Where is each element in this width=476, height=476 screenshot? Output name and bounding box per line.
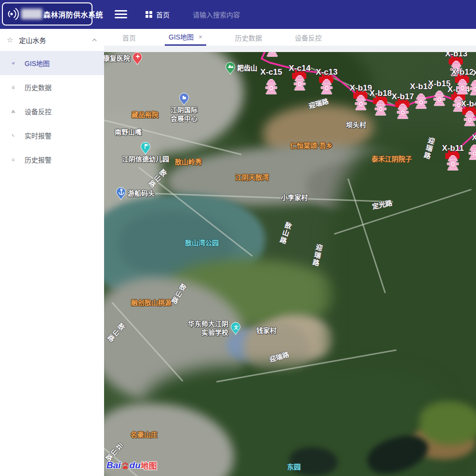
hydrant-icon [469,80,476,95]
map-place-label: 敔山岭秀 [175,158,202,167]
send-icon [12,59,20,67]
poi-label: 江阴国际 会展中心 [171,106,198,123]
dock-pin-icon [116,187,126,200]
tab-首页[interactable]: 首页 [119,29,140,46]
content-gap [104,46,476,52]
map-place-label: 南野山嘴 [115,128,142,137]
hydrant-marker-X-b15[interactable]: X-b15 [433,86,446,106]
hydrant-marker-X-b16[interactable]: X-b16 [415,89,427,109]
map-place-label: 敔山湾公园 [185,239,219,248]
hydrant-marker[interactable] [266,52,278,57]
tab-bar: 首页GIS地图×历史数据设备反控 [104,29,476,46]
hydrant-icon [293,75,306,91]
map-place-label: 坝头村 [346,121,366,130]
hospital-pin-icon [132,52,143,66]
sidebar-item-label: 实时报警 [25,131,52,140]
map-place-label: 名豪山庄 [131,431,158,439]
hydrant-marker-X-b4[interactable]: X-b4 [463,106,476,126]
sidebar-group-dingshan[interactable]: ☆ 定山水务 [0,29,104,51]
sidebar-item-history-data[interactable]: 历史数据 [0,75,104,99]
map-place-label: 小李家村 [281,194,308,202]
sidebar-group-label: 定山水务 [19,35,92,45]
nav-home-label: 首页 [156,10,170,19]
marker-label: X-c13 [316,67,337,77]
poi-label: 江阴信德幼儿园 [122,155,169,164]
poi-mountain: 耙齿山 [225,62,257,75]
map-place-label: 仁恒棠颂·吾乡 [290,142,333,150]
map-place-label: 江阴天敔湾 [235,173,269,182]
bell-icon [12,156,20,164]
nav-home[interactable]: 首页 [145,10,170,19]
hydrant-marker-X[interactable]: X [468,140,476,160]
phone-icon [12,132,20,140]
baidu-paw-icon [121,462,129,469]
hydrant-icon [415,93,427,109]
marker-label: X [472,133,476,143]
sidebar-item-history-alarm[interactable]: 历史报警 [0,147,104,172]
hydrant-icon [320,79,333,94]
poi-label: 华东师大江阴 实验学校 [188,320,228,337]
sidebar-item-device-control[interactable]: 设备反控 [0,99,104,123]
sidebar: ☆ 定山水务 GIS地图历史数据设备反控实时报警历史报警 [0,29,104,476]
marker-label: X-b4 [461,99,476,109]
app-title: 森林消防供水系统 [43,9,103,19]
hydrant-marker-X-b18[interactable]: X-b18 [374,95,387,116]
star-icon: ☆ [7,36,13,44]
hydrant-marker-X-c15[interactable]: X-c15 [265,74,278,94]
sidebar-item-label: GIS地图 [25,58,50,68]
sidebar-item-realtime-alarm[interactable]: 实时报警 [0,123,104,147]
expo-pin-icon [179,93,189,106]
marker-label: X-b19 [350,83,372,93]
marker-label: X-c15 [260,67,282,77]
map-place-label: 钱家村 [256,327,277,335]
hydrant-icon [447,155,459,171]
hydrant-marker-X-c14[interactable]: X-c14 [293,70,306,91]
poi-label: 游船码头 [128,189,155,198]
poi-label: 林康复医院 [104,54,130,63]
top-header: 森林消防供水系统 首页 请输入搜索内容 [0,0,476,29]
sitemap-icon [12,107,20,116]
sidebar-item-label: 历史报警 [25,155,52,164]
search-input[interactable]: 请输入搜索内容 [193,10,289,19]
hydrant-marker-X-b17[interactable]: X-b17 [397,99,409,119]
sidebar-item-gis-map[interactable]: GIS地图 [0,51,104,75]
hydrant-marker-X[interactable]: X [469,75,476,95]
tab-历史数据[interactable]: 历史数据 [231,29,266,46]
tab-label: 首页 [122,33,136,42]
app-logo: 森林消防供水系统 [2,2,93,26]
poi-kindergarten: 江阴信德幼儿园 [117,142,174,164]
marker-label: X-b13 [445,52,467,59]
hydrant-icon [355,95,367,110]
svg-text:文: 文 [233,325,238,330]
marker-label: X-c14 [289,64,310,73]
hydrant-marker-X-b12[interactable]: X-b12 [456,74,469,94]
school-pin-icon: 文 [230,322,241,335]
tab-GIS地图[interactable]: GIS地图× [165,29,206,46]
hydrant-icon [468,145,476,160]
hydrant-marker-X-b11[interactable]: X-b11 [447,150,459,171]
map-place-label: 东园 [287,463,301,472]
map-canvas[interactable]: X-c15X-c14X-c13X-b19X-b18X-b17X-b16X-b15… [104,52,476,476]
tab-close-icon[interactable]: × [198,33,202,40]
hydrant-marker-X-b19[interactable]: X-b19 [355,90,367,110]
grid-icon [145,11,152,18]
tab-label: 历史数据 [235,33,262,42]
hydrant-icon [265,79,278,94]
menu-toggle-icon[interactable] [115,10,127,19]
baidu-logo: Bai du 地图 [106,459,157,471]
hydrant-marker-X-c13[interactable]: X-c13 [320,74,333,94]
map-place-label: 藏品裕院 [132,111,159,119]
tab-设备反控[interactable]: 设备反控 [291,29,326,46]
marker-label: X [473,68,476,78]
poi-label: 耙齿山 [237,64,257,73]
tab-label: 设备反控 [295,33,322,42]
hydrant-icon [266,52,278,57]
sidebar-item-label: 设备反控 [25,106,52,116]
poi-dock: 游船码头 [116,187,155,200]
poi-hospital: 林康复医院 [104,52,143,66]
mountain-pin-icon [225,62,236,75]
hydrant-icon [463,111,476,126]
tab-label: GIS地图 [169,32,194,41]
chevron-up-icon [92,37,97,43]
logo-redacted-area [21,9,42,19]
